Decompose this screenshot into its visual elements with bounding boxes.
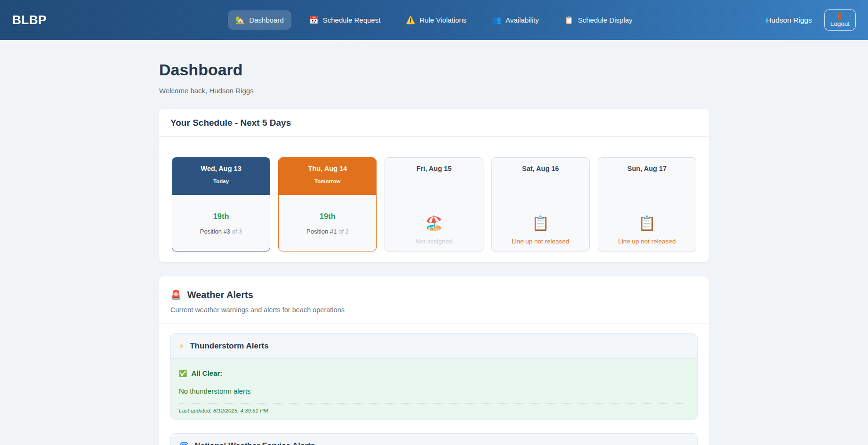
thunderstorm-alerts-header: ⚡ Thunderstorm Alerts	[171, 334, 697, 359]
siren-icon: 🚨	[170, 290, 182, 300]
nav-label-availability: Availability	[506, 16, 539, 24]
thunderstorm-alerts-body: ✅ All Clear: No thunderstorm alerts Last…	[171, 359, 697, 419]
nav-item-schedule-display[interactable]: 📋 Schedule Display	[557, 10, 640, 30]
day-cards-row: Wed, Aug 13 Today 19th Position #3 of 3 …	[159, 137, 709, 262]
day-date: Thu, Aug 14	[279, 165, 376, 172]
day-date: Wed, Aug 13	[172, 165, 270, 172]
schedule-section: Your Schedule - Next 5 Days Wed, Aug 13 …	[159, 109, 709, 262]
check-icon: ✅	[179, 370, 187, 377]
stand-assignment: 19th	[279, 212, 376, 221]
day-card-sun: Sun, Aug 17 📋 Line up not released	[598, 157, 696, 251]
day-sublabel: Tomorrow	[279, 178, 376, 184]
day-card-sat: Sat, Aug 16 📋 Line up not released	[491, 157, 590, 251]
lightning-icon: ⚡	[179, 342, 184, 351]
last-updated-timestamp: Last updated: 8/12/2025, 4:39:51 PM	[179, 408, 689, 413]
nav-item-rule-violations[interactable]: ⚠️ Rule Violations	[398, 10, 474, 30]
top-navigation-bar: BLBP 🏡 Dashboard 📅 Schedule Request ⚠️ R…	[0, 0, 868, 40]
day-status: Line up not released	[598, 238, 696, 245]
nav-label-dashboard: Dashboard	[249, 16, 283, 24]
calendar-icon: 📅	[309, 16, 319, 24]
schedule-section-header: Your Schedule - Next 5 Days	[159, 109, 709, 137]
nws-alerts-card: 🌀 National Weather Service Alerts	[170, 433, 698, 445]
position-number: Position #1	[306, 228, 337, 235]
nws-alerts-title: National Weather Service Alerts	[194, 441, 315, 445]
position-total: of 3	[232, 228, 242, 235]
nav-label-rule-violations: Rule Violations	[419, 16, 466, 24]
day-card-header: Sun, Aug 17	[598, 158, 696, 195]
nav-label-schedule-display: Schedule Display	[578, 16, 633, 24]
weather-section-body: ⚡ Thunderstorm Alerts ✅ All Clear: No th…	[159, 324, 709, 445]
position-info: Position #3 of 3	[172, 228, 270, 235]
day-card-body: 🏖️ Not assigned	[385, 215, 482, 245]
day-date: Fri, Aug 15	[385, 165, 482, 172]
alert-message: No thunderstorm alerts	[179, 387, 689, 395]
people-icon: 👥	[492, 16, 501, 24]
clipboard-icon: 📋	[492, 215, 589, 232]
day-card-body: 19th Position #3 of 3	[172, 212, 270, 235]
day-card-header: Wed, Aug 13 Today	[172, 158, 270, 195]
warning-icon: ⚠️	[406, 16, 415, 24]
position-total: of 2	[338, 228, 349, 235]
weather-alerts-section: 🚨 Weather Alerts Current weather warning…	[159, 276, 709, 445]
weather-section-title-row: 🚨 Weather Alerts	[170, 290, 698, 300]
all-clear-label: All Clear:	[191, 369, 222, 377]
cyclone-icon: 🌀	[179, 441, 189, 445]
position-number: Position #3	[200, 228, 230, 235]
divider	[179, 403, 689, 404]
position-info: Position #1 of 2	[279, 228, 376, 235]
clipboard-icon: 📋	[564, 16, 574, 24]
user-area: Hudson Riggs 🚪 Logout	[743, 9, 856, 31]
welcome-message: Welcome back, Hudson Riggs	[159, 87, 709, 95]
clipboard-icon: 📋	[598, 215, 696, 232]
day-status: Line up not released	[492, 238, 589, 245]
beach-umbrella-icon: 🏖️	[385, 215, 482, 232]
nav-item-dashboard[interactable]: 🏡 Dashboard	[228, 10, 291, 30]
logout-button[interactable]: 🚪 Logout	[824, 9, 856, 31]
logout-label: Logout	[830, 20, 850, 27]
day-card-body: 📋 Line up not released	[492, 215, 589, 245]
all-clear-row: ✅ All Clear:	[179, 369, 689, 377]
nav-item-schedule-request[interactable]: 📅 Schedule Request	[302, 10, 388, 30]
schedule-section-title: Your Schedule - Next 5 Days	[170, 118, 698, 128]
day-card-header: Fri, Aug 15	[385, 158, 482, 195]
user-name: Hudson Riggs	[766, 16, 812, 24]
page-title: Dashboard	[159, 61, 709, 79]
stand-assignment: 19th	[172, 212, 270, 221]
weather-section-subtitle: Current weather warnings and alerts for …	[170, 306, 698, 314]
day-card-header: Sat, Aug 16	[492, 158, 589, 195]
day-card-body: 19th Position #1 of 2	[279, 212, 376, 235]
day-date: Sat, Aug 16	[492, 165, 589, 172]
day-card-tomorrow: Thu, Aug 14 Tomorrow 19th Position #1 of…	[278, 157, 377, 251]
weather-section-title: Weather Alerts	[187, 290, 253, 300]
weather-section-header: 🚨 Weather Alerts Current weather warning…	[159, 276, 709, 324]
day-card-body: 📋 Line up not released	[598, 215, 696, 245]
thunderstorm-alerts-card: ⚡ Thunderstorm Alerts ✅ All Clear: No th…	[170, 333, 698, 420]
day-card-header: Thu, Aug 14 Tomorrow	[279, 158, 376, 195]
day-sublabel: Today	[172, 178, 270, 184]
main-nav: 🏡 Dashboard 📅 Schedule Request ⚠️ Rule V…	[228, 10, 640, 30]
nws-alerts-header: 🌀 National Weather Service Alerts	[171, 434, 697, 445]
day-date: Sun, Aug 17	[598, 165, 696, 172]
day-status: Not assigned	[385, 238, 482, 245]
thunderstorm-alerts-title: Thunderstorm Alerts	[190, 341, 269, 351]
day-card-fri: Fri, Aug 15 🏖️ Not assigned	[385, 157, 483, 251]
app-logo: BLBP	[12, 13, 125, 27]
day-card-today: Wed, Aug 13 Today 19th Position #3 of 3	[172, 157, 270, 251]
door-icon: 🚪	[836, 13, 844, 19]
nav-label-schedule-request: Schedule Request	[323, 16, 381, 24]
home-icon: 🏡	[235, 16, 245, 24]
main-content: Dashboard Welcome back, Hudson Riggs You…	[159, 61, 709, 445]
nav-item-availability[interactable]: 👥 Availability	[484, 10, 547, 30]
